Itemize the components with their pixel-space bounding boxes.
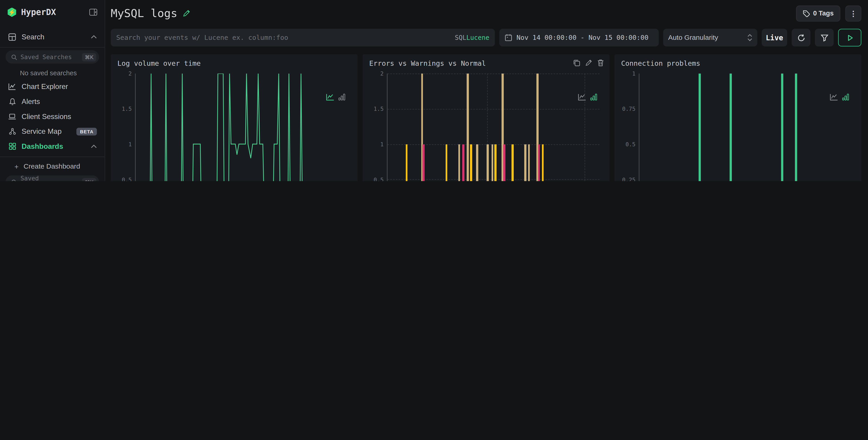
sidebar-item-label: Client Sessions [22, 112, 71, 121]
search-placeholder: Search your events w/ Lucene ex. column:… [116, 34, 451, 41]
sidebar-item-label: Search [22, 33, 44, 41]
sidebar-item-label: Dashboards [22, 142, 63, 150]
sidebar-item-label: Alerts [22, 97, 40, 106]
saved-dashboards-placeholder: Saved Dashboards [21, 175, 79, 181]
edit-title-icon[interactable] [183, 9, 191, 17]
collapse-sidebar-icon[interactable] [89, 8, 97, 16]
y-axis: 10.750.50.250 [621, 73, 639, 181]
divider [0, 47, 104, 47]
laptop-icon [8, 113, 17, 120]
search-icon [11, 54, 17, 60]
gridline [388, 144, 599, 144]
bar [423, 144, 425, 181]
y-tick-label: 0.5 [122, 177, 132, 181]
sidebar-item-chart-explorer[interactable]: Chart Explorer [0, 79, 104, 94]
bar [458, 144, 460, 181]
tags-label: 0 Tags [813, 9, 834, 17]
sidebar-item-client-sessions[interactable]: Client Sessions [0, 109, 104, 124]
page-title: MySQL logs [111, 7, 177, 20]
event-search-input[interactable]: Search your events w/ Lucene ex. column:… [111, 29, 495, 46]
bar-view-icon[interactable] [338, 94, 345, 101]
line-view-icon[interactable] [326, 94, 334, 101]
no-saved-searches-text: No saved searches [0, 66, 104, 79]
bell-icon [8, 98, 17, 105]
chart-view-toggle [326, 94, 345, 101]
run-query-button[interactable] [838, 29, 861, 46]
chart-plot[interactable] [639, 73, 851, 181]
tags-button[interactable]: 0 Tags [796, 5, 840, 22]
select-chevrons-icon [747, 34, 752, 41]
main-content: MySQL logs 0 Tags ⋮ Search your events w… [105, 0, 868, 181]
lucene-toggle[interactable]: Lucene [466, 34, 489, 41]
filter-button[interactable] [815, 29, 834, 46]
y-tick-label: 0.5 [625, 141, 636, 147]
brand-title: HyperDX [21, 7, 85, 17]
bar [699, 73, 701, 181]
saved-searches-placeholder: Saved Searches [21, 54, 79, 61]
tag-icon [803, 10, 810, 17]
y-tick-label: 1 [632, 70, 636, 77]
sidebar-item-dashboards[interactable]: Dashboards [0, 139, 104, 154]
saved-searches-input[interactable]: Saved Searches ⌘K [5, 50, 99, 64]
delete-chart-icon[interactable] [597, 59, 604, 66]
create-dashboard-label: Create Dashboard [24, 163, 80, 170]
bar-view-icon[interactable] [590, 94, 597, 101]
sidebar-item-service-map[interactable]: Service Map BETA [0, 124, 104, 139]
bar-view-icon[interactable] [842, 94, 849, 101]
y-tick-label: 2 [380, 70, 384, 77]
chart-panel-connection-problems: Connection problems 10.750.50.250 Nov 14… [615, 54, 861, 181]
bar [462, 144, 464, 181]
chart-plot[interactable] [387, 73, 599, 181]
chart-plot[interactable] [135, 73, 348, 181]
line-view-icon[interactable] [830, 94, 838, 101]
sql-toggle[interactable]: SQL [455, 34, 467, 41]
sidebar-item-alerts[interactable]: Alerts [0, 94, 104, 109]
saved-dashboards-input[interactable]: Saved Dashboards ⌘K [5, 175, 99, 181]
bar [491, 144, 493, 181]
granularity-select[interactable]: Auto Granularity [663, 29, 757, 46]
filter-icon [820, 33, 828, 42]
kebab-icon: ⋮ [850, 9, 857, 17]
chart-panel-log-volume: Log volume over time 21.510.50 Nov 14 12… [111, 54, 358, 181]
bar [512, 144, 514, 181]
edit-chart-icon[interactable] [585, 59, 592, 66]
gridline [388, 109, 599, 109]
bar [503, 144, 505, 181]
chevron-up-icon [91, 144, 97, 148]
line-view-icon[interactable] [578, 94, 586, 101]
y-axis: 21.510.50 [369, 73, 387, 181]
live-button[interactable]: Live [762, 29, 787, 46]
bar [781, 73, 783, 181]
dashboard-menu-button[interactable]: ⋮ [845, 5, 861, 22]
y-tick-label: 1 [380, 141, 384, 147]
chart-title: Log volume over time [117, 59, 351, 69]
y-axis: 21.510.50 [117, 73, 135, 181]
bar [476, 144, 478, 181]
sidebar-item-search[interactable]: Search [0, 29, 104, 44]
refresh-button[interactable] [792, 29, 811, 46]
dashboards-icon [8, 143, 17, 150]
gridline [585, 73, 585, 181]
chevron-up-icon [91, 35, 97, 39]
bar [445, 144, 448, 181]
duplicate-icon[interactable] [573, 59, 580, 66]
chart-view-toggle [830, 94, 849, 101]
bar [542, 144, 544, 181]
bar [467, 73, 469, 181]
refresh-icon [797, 33, 805, 42]
date-range-value: Nov 14 00:00:00 - Nov 15 00:00:00 [517, 34, 649, 41]
sidebar-item-label: Chart Explorer [22, 82, 68, 91]
service-map-icon [8, 128, 17, 135]
play-icon [846, 34, 854, 41]
date-range-picker[interactable]: Nov 14 00:00:00 - Nov 15 00:00:00 [499, 29, 659, 46]
sidebar-item-label: Service Map [22, 127, 62, 135]
y-tick-label: 1.5 [122, 106, 132, 112]
chart-title: Connection problems [621, 59, 855, 69]
app-window: ⚡ HyperDX Search Saved Searches ⌘K No sa… [0, 0, 868, 181]
create-dashboard-button[interactable]: + Create Dashboard [0, 160, 104, 173]
bar [406, 144, 408, 181]
gridline [388, 73, 599, 74]
y-tick-label: 1 [128, 141, 132, 147]
chart-panel-errors-warnings: Errors vs Warnings vs Normal 21.510.50 N… [363, 54, 609, 181]
plus-icon: + [14, 163, 19, 171]
